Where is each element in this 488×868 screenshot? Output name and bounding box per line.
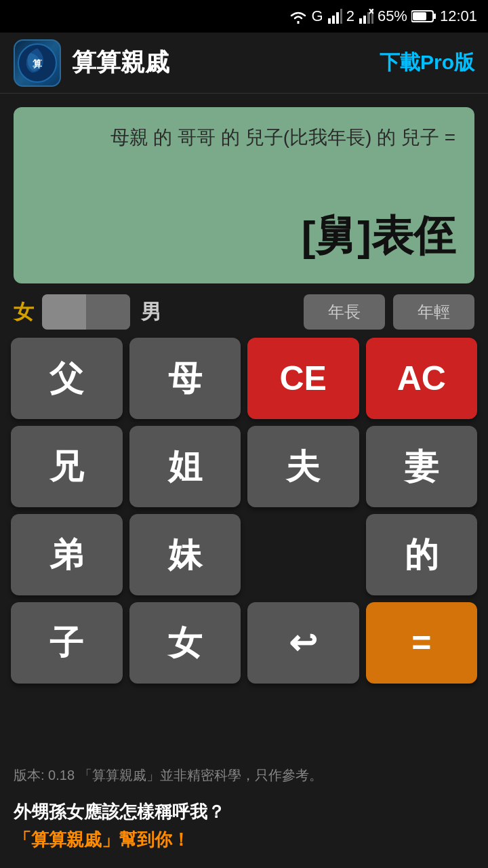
svg-rect-6 xyxy=(367,12,370,24)
key-de[interactable]: 的 xyxy=(366,514,478,595)
footer-promo-app-name: 「算算親戚」 xyxy=(14,829,119,850)
key-empty xyxy=(247,514,359,595)
signal-g-label: G xyxy=(312,7,323,25)
gender-toggle[interactable] xyxy=(42,294,130,330)
key-younger-brother[interactable]: 弟 xyxy=(11,514,123,595)
female-label: 女 xyxy=(14,298,34,326)
male-label: 男 xyxy=(141,298,161,326)
key-row-4: 子 女 ↩ = xyxy=(11,602,477,684)
svg-rect-12 xyxy=(413,12,426,20)
toggle-left[interactable] xyxy=(42,294,86,330)
key-elder-sister[interactable]: 姐 xyxy=(129,426,241,507)
key-husband[interactable]: 夫 xyxy=(247,426,359,507)
key-father[interactable]: 父 xyxy=(11,338,123,419)
svg-rect-0 xyxy=(328,18,331,24)
app-header: 算 算算親戚 下載Pro版 xyxy=(0,33,488,94)
svg-rect-1 xyxy=(332,16,335,24)
result-display: 母親 的 哥哥 的 兒子(比我年長) 的 兒子 = [舅]表侄 xyxy=(14,107,474,283)
key-wife[interactable]: 妻 xyxy=(366,426,478,507)
key-backspace[interactable]: ↩ xyxy=(247,602,359,684)
svg-rect-4 xyxy=(359,18,362,24)
key-son[interactable]: 子 xyxy=(11,602,123,684)
logo-icon: 算 xyxy=(17,43,58,83)
age-senior-button[interactable]: 年長 xyxy=(304,294,385,330)
footer-promo-line1: 外甥孫女應該怎樣稱呼我？ xyxy=(14,798,474,827)
signal2-label: 2 xyxy=(346,7,354,25)
key-ac[interactable]: AC xyxy=(366,338,478,419)
download-pro-button[interactable]: 下載Pro版 xyxy=(380,49,474,77)
result-question: 母親 的 哥哥 的 兒子(比我年長) 的 兒子 = xyxy=(33,123,455,152)
footer-version: 版本: 0.18 「算算親戚」並非精密科學，只作參考。 xyxy=(0,755,488,790)
svg-rect-3 xyxy=(340,9,342,24)
app-logo: 算 xyxy=(14,39,61,87)
key-elder-brother[interactable]: 兄 xyxy=(11,426,123,507)
key-ce[interactable]: CE xyxy=(247,338,359,419)
status-icons: G 2 65% 12:01 xyxy=(289,7,477,25)
key-row-3: 弟 妹 的 xyxy=(11,514,477,595)
key-equals[interactable]: = xyxy=(366,602,478,684)
svg-rect-11 xyxy=(434,14,436,19)
status-bar: G 2 65% 12:01 xyxy=(0,0,488,33)
footer-promo: 外甥孫女應該怎樣稱呼我？ 「算算親戚」幫到你！ xyxy=(0,790,488,868)
result-answer: [舅]表侄 xyxy=(33,208,455,264)
footer-promo-line2: 「算算親戚」幫到你！ xyxy=(14,826,474,854)
svg-text:算: 算 xyxy=(33,58,43,69)
signal1-icon xyxy=(327,9,342,24)
svg-rect-2 xyxy=(336,12,339,24)
toggle-right[interactable] xyxy=(86,294,130,330)
age-junior-button[interactable]: 年輕 xyxy=(393,294,474,330)
svg-rect-5 xyxy=(363,16,366,24)
key-daughter[interactable]: 女 xyxy=(129,602,241,684)
footer-promo-rest: 幫到你！ xyxy=(119,829,190,850)
age-buttons: 年長 年輕 xyxy=(304,294,474,330)
signal2-icon xyxy=(359,9,373,24)
key-mother[interactable]: 母 xyxy=(129,338,241,419)
key-younger-sister[interactable]: 妹 xyxy=(129,514,241,595)
keyboard: 父 母 CE AC 兄 姐 夫 妻 弟 妹 的 子 女 ↩ = xyxy=(0,338,488,755)
key-row-2: 兄 姐 夫 妻 xyxy=(11,426,477,507)
app-title: 算算親戚 xyxy=(72,46,380,79)
gender-row: 女 男 年長 年輕 xyxy=(0,294,488,330)
time-text: 12:01 xyxy=(440,7,477,25)
wifi-icon xyxy=(289,9,308,24)
key-row-1: 父 母 CE AC xyxy=(11,338,477,419)
battery-icon xyxy=(411,9,436,23)
battery-text: 65% xyxy=(378,7,407,25)
